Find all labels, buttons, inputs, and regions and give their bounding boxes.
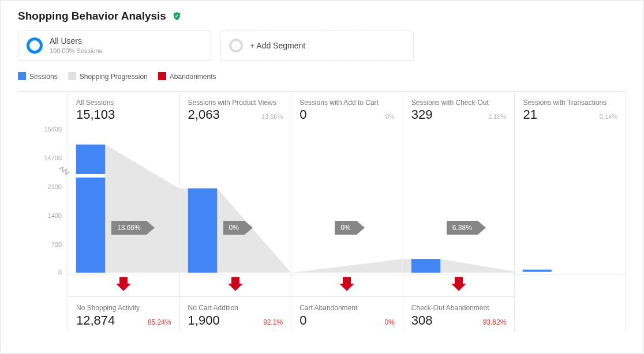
- abandon-pct: 93.62%: [483, 318, 507, 326]
- add-segment-button[interactable]: + Add Segment: [220, 31, 414, 61]
- funnel-area: 15400 14700 2100 1400 700 0 All Sessions…: [18, 91, 626, 332]
- y-tick: 14700: [44, 155, 62, 161]
- swatch-grey-icon: [68, 72, 76, 80]
- abandon-label: No Cart Addition: [188, 304, 283, 312]
- abandon-label: No Shopping Activity: [76, 304, 171, 312]
- stage-all-sessions[interactable]: All Sessions 15,103 13.66%: [68, 92, 179, 332]
- stage-check-out[interactable]: Sessions with Check-Out 329 2.18% 6.38% …: [403, 92, 515, 332]
- stage-value: 15,103: [76, 108, 115, 122]
- svg-rect-4: [188, 189, 216, 273]
- y-tick: 700: [51, 242, 62, 248]
- swatch-blue-icon: [18, 72, 26, 80]
- abandon-label: Check-Out Abandonment: [411, 304, 507, 312]
- abandon-arrow-icon: [115, 276, 132, 292]
- abandon-arrow-icon: [227, 276, 244, 292]
- stage-label: All Sessions: [76, 99, 171, 107]
- swatch-red-icon: [158, 72, 166, 80]
- stage-value: 21: [523, 108, 537, 122]
- stage-label: Sessions with Add to Cart: [299, 99, 395, 107]
- circle-icon: [229, 39, 243, 52]
- stage-label: Sessions with Transactions: [523, 99, 617, 107]
- segment-all-users[interactable]: All Users 100.00% Sessions: [18, 31, 211, 61]
- abandon-value: 308: [411, 313, 433, 328]
- abandon-arrow-icon: [451, 276, 467, 292]
- stage-add-to-cart[interactable]: Sessions with Add to Cart 0 0% 0% Cart A…: [291, 92, 403, 332]
- progression-chip: 0%: [335, 221, 364, 235]
- progression-chip: 13.66%: [111, 221, 155, 235]
- abandon-value: 1,900: [188, 313, 220, 328]
- stage-pct: 0.14%: [600, 113, 617, 120]
- stage-product-views[interactable]: Sessions with Product Views 2,063 13.66%…: [179, 92, 291, 332]
- stage-pct: 13.66%: [261, 113, 283, 120]
- segment-ring-icon: [27, 37, 43, 54]
- y-axis: 15400 14700 2100 1400 700 0: [18, 92, 68, 332]
- shopping-behavior-panel: Shopping Behavior Analysis All Users 100…: [0, 0, 644, 354]
- svg-rect-1: [76, 145, 105, 174]
- legend-sessions: Sessions: [18, 72, 58, 81]
- svg-rect-2: [76, 178, 105, 273]
- y-tick: 0: [58, 269, 62, 276]
- progression-chip: 6.38%: [447, 221, 486, 235]
- stage-label: Sessions with Product Views: [188, 99, 283, 107]
- abandon-pct: 92.1%: [263, 318, 283, 326]
- abandon-value: 0: [299, 313, 306, 328]
- stage-pct: 0%: [385, 113, 395, 120]
- abandon-value: 12,874: [76, 313, 115, 328]
- progression-chip: 0%: [223, 221, 253, 235]
- svg-marker-0: [105, 145, 179, 273]
- add-segment-label: + Add Segment: [250, 41, 305, 50]
- stage-pct: 2.18%: [488, 113, 506, 120]
- legend-progression: Shopping Progression: [68, 72, 148, 81]
- svg-marker-5: [291, 259, 403, 273]
- page-title: Shopping Behavior Analysis: [18, 10, 166, 22]
- legend-abandon: Abandonments: [158, 72, 216, 81]
- y-tick: 2100: [48, 184, 62, 190]
- segment-sub: 100.00% Sessions: [50, 47, 102, 55]
- y-tick: 15400: [44, 126, 62, 133]
- segment-name: All Users: [50, 36, 102, 46]
- stage-value: 329: [411, 108, 433, 122]
- stage-value: 0: [299, 108, 306, 122]
- verified-shield-icon: [172, 10, 182, 22]
- abandon-pct: 85.24%: [148, 318, 171, 326]
- svg-rect-7: [411, 259, 440, 273]
- stage-label: Sessions with Check-Out: [411, 99, 507, 107]
- svg-rect-8: [523, 270, 552, 272]
- stage-transactions[interactable]: Sessions with Transactions 21 0.14% .: [514, 92, 626, 332]
- abandon-arrow-icon: [339, 276, 355, 292]
- abandon-pct: 0%: [384, 318, 394, 326]
- abandon-label: Cart Abandonment: [299, 304, 395, 312]
- y-tick: 1400: [48, 213, 62, 219]
- stage-value: 2,063: [188, 108, 220, 122]
- chart-legend: Sessions Shopping Progression Abandonmen…: [18, 72, 626, 81]
